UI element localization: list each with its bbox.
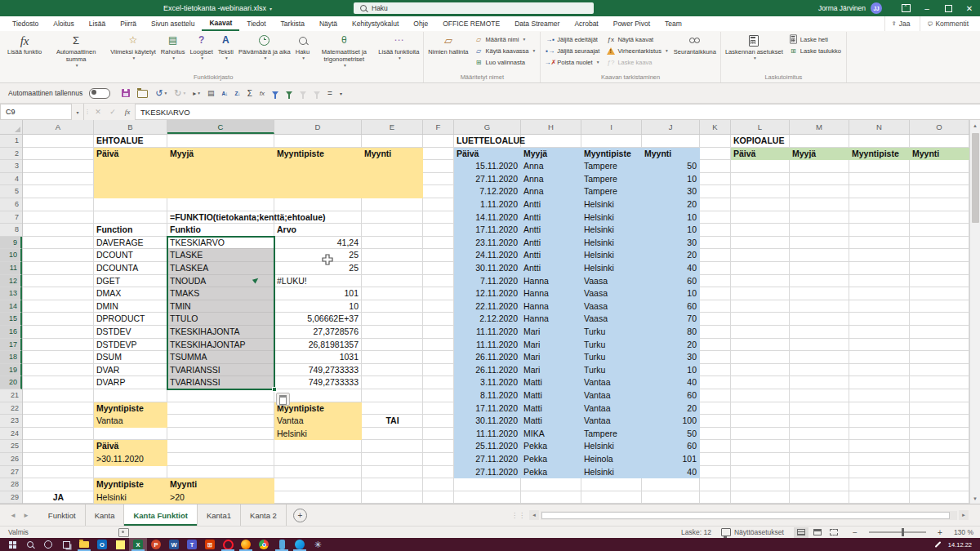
- column-header-G[interactable]: G: [454, 120, 521, 134]
- cell-D20[interactable]: 749,2733333: [274, 376, 362, 389]
- cell-D12[interactable]: #LUKU!: [274, 275, 362, 288]
- cell-A29[interactable]: JA: [23, 491, 94, 504]
- cell-J8[interactable]: 10: [642, 224, 700, 237]
- cell-C14[interactable]: TMIN: [167, 300, 274, 313]
- scrollbar-splitter[interactable]: ⋮⋮: [511, 512, 526, 519]
- ribbon-tab-team[interactable]: Team: [657, 16, 689, 31]
- cell-H9[interactable]: Antti: [521, 237, 581, 250]
- horizontal-scroll-track[interactable]: [541, 511, 957, 520]
- cell-C2[interactable]: Myyjä: [167, 148, 274, 161]
- cell-I13[interactable]: Vaasa: [581, 287, 642, 300]
- ribbon-tab-n-yt[interactable]: Näytä: [312, 16, 345, 31]
- row-header-26[interactable]: 26: [0, 453, 22, 466]
- cell-G2[interactable]: Päivä: [454, 148, 521, 161]
- cell-I26[interactable]: Heinola: [581, 453, 642, 466]
- taskbar-start-icon[interactable]: [3, 538, 21, 551]
- j-ljit-edelt-j-t-button[interactable]: →▪Jäljitä edeltäjät: [544, 34, 601, 44]
- formula-bar-handle[interactable]: ⋮: [84, 104, 91, 120]
- cell-G19[interactable]: 26.11.2020: [454, 364, 521, 377]
- row-header-24[interactable]: 24: [0, 428, 22, 441]
- name-box-dropdown-icon[interactable]: ▾: [72, 104, 84, 120]
- cell-D19[interactable]: 749,2733333: [274, 364, 362, 377]
- row-header-25[interactable]: 25: [0, 440, 22, 453]
- cell-H19[interactable]: Mari: [521, 364, 581, 377]
- ribbon-tab-aloitus[interactable]: Aloitus: [46, 16, 82, 31]
- luo-valinnasta-button[interactable]: ⊞Luo valinnasta: [473, 57, 537, 67]
- share-button[interactable]: ⇪Jaa: [884, 16, 917, 31]
- cell-J17[interactable]: 20: [642, 339, 700, 352]
- cell-H3[interactable]: Anna: [521, 160, 581, 173]
- cell-C10[interactable]: TLASKE: [167, 249, 274, 262]
- scroll-left-icon[interactable]: ◄: [529, 510, 539, 520]
- equals-icon[interactable]: =: [327, 89, 332, 98]
- ribbon-tab-tiedot[interactable]: Tiedot: [239, 16, 273, 31]
- taskbar-office-hub-icon[interactable]: ⊞: [201, 538, 219, 551]
- zoom-out-button[interactable]: −: [851, 528, 859, 537]
- cell-J7[interactable]: 10: [642, 211, 700, 224]
- cell-H12[interactable]: Hanna: [521, 275, 581, 288]
- column-header-J[interactable]: J: [642, 120, 700, 134]
- taskbar-word-icon[interactable]: W: [165, 538, 183, 551]
- cell-H6[interactable]: Antti: [521, 198, 581, 211]
- cell-G1[interactable]: LUETTELOALUE: [454, 135, 521, 148]
- cell-D2[interactable]: Myyntipiste: [274, 148, 362, 161]
- cell-B23[interactable]: Vantaa: [94, 415, 167, 428]
- cell-H22[interactable]: Matti: [521, 402, 581, 415]
- cell-J10[interactable]: 20: [642, 249, 700, 262]
- cell-J23[interactable]: 100: [642, 415, 700, 428]
- rahoitus-button[interactable]: ▤Rahoitus▾: [158, 32, 188, 61]
- cell-G20[interactable]: 3.11.2020: [454, 376, 521, 389]
- laske-taulukko-button[interactable]: ⊞Laske taulukko: [787, 46, 843, 56]
- cell-D24[interactable]: Helsinki: [274, 428, 362, 441]
- row-header-19[interactable]: 19: [0, 364, 22, 377]
- cell-J26[interactable]: 101: [642, 453, 700, 466]
- lis-funktio-button[interactable]: fxLisää funktio: [5, 32, 44, 56]
- cell-I16[interactable]: Turku: [581, 326, 642, 339]
- select-all-corner[interactable]: [0, 120, 23, 135]
- row-header-6[interactable]: 6: [0, 198, 22, 211]
- poista-nuolet-button[interactable]: →✗Poista nuolet▾: [544, 57, 601, 67]
- vertical-scrollbar[interactable]: ▲ ▼: [969, 120, 980, 504]
- taskbar-outlook-icon[interactable]: O: [93, 538, 111, 551]
- column-header-I[interactable]: I: [581, 120, 642, 134]
- sheet-nav-left-icon[interactable]: ◄: [10, 512, 16, 519]
- sort-descending-icon[interactable]: Z↓: [234, 91, 239, 96]
- cell-H25[interactable]: Pekka: [521, 440, 581, 453]
- cell-G18[interactable]: 26.11.2020: [454, 351, 521, 364]
- cell-I17[interactable]: Turku: [581, 339, 642, 352]
- row-header-14[interactable]: 14: [0, 300, 22, 313]
- enter-icon[interactable]: ✓: [105, 104, 120, 120]
- scroll-right-icon[interactable]: ►: [959, 510, 969, 520]
- sheet-nav-right-icon[interactable]: ►: [23, 512, 29, 519]
- laskennan-asetukset-button[interactable]: Laskennan asetukset▾: [723, 32, 786, 61]
- nimien-hallinta-button[interactable]: ▱Nimien hallinta: [425, 32, 470, 56]
- scroll-up-icon[interactable]: ▲: [970, 120, 980, 131]
- cell-H23[interactable]: Matti: [521, 415, 581, 428]
- minimize-button[interactable]: –: [916, 0, 938, 16]
- cell-J25[interactable]: 60: [642, 440, 700, 453]
- seurantaikkuna-button[interactable]: Seurantaikkuna: [671, 32, 719, 56]
- cell-B20[interactable]: DVARP: [94, 376, 167, 389]
- cell-O2[interactable]: Myynti: [910, 148, 969, 161]
- cell-G27[interactable]: 27.11.2020: [454, 466, 521, 479]
- cell-B10[interactable]: DCOUNT: [94, 249, 167, 262]
- j-ljit-seuraajat-button[interactable]: ▪→Jäljitä seuraajat: [544, 46, 601, 56]
- cell-C9[interactable]: TKESKIARVO: [167, 237, 274, 250]
- row-header-28[interactable]: 28: [0, 478, 22, 491]
- ribbon-tab-acrobat[interactable]: Acrobat: [567, 16, 605, 31]
- cell-C29[interactable]: >20: [167, 491, 274, 504]
- print-preview-icon[interactable]: ▤: [207, 89, 215, 97]
- cell-I14[interactable]: Vaasa: [581, 300, 642, 313]
- taskbar-chrome-icon[interactable]: [255, 538, 273, 551]
- taskbar-firefox-icon[interactable]: [237, 538, 255, 551]
- restore-button[interactable]: [938, 0, 959, 16]
- cell-J5[interactable]: 30: [642, 185, 700, 198]
- cell-I21[interactable]: Vantaa: [581, 389, 642, 402]
- cell-I5[interactable]: Tampere: [581, 185, 642, 198]
- ribbon-tab-power-pivot[interactable]: Power Pivot: [606, 16, 657, 31]
- cell-B29[interactable]: Helsinki: [94, 491, 167, 504]
- cell-I18[interactable]: Turku: [581, 351, 642, 364]
- ribbon-tab-data-streamer[interactable]: Data Streamer: [507, 16, 567, 31]
- cell-E23[interactable]: TAI: [362, 415, 423, 428]
- filter-reapply-icon[interactable]: [286, 91, 292, 96]
